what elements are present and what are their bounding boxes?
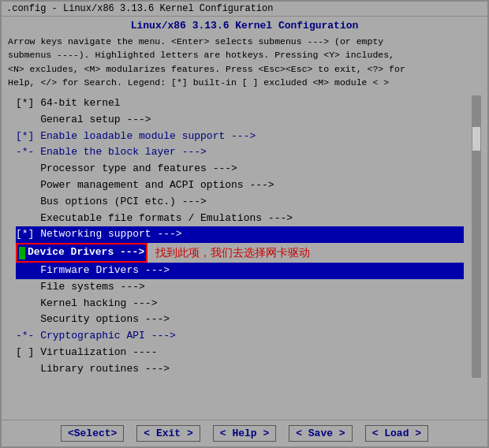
bottom-bar: <Select> < Exit > < Help > < Save > < Lo… (2, 420, 487, 446)
list-item[interactable]: Library routines ---> (16, 361, 464, 378)
networking-item[interactable]: [*] Networking support ---> (16, 226, 464, 243)
list-item[interactable]: Executable file formats / Emulations ---… (16, 211, 464, 227)
list-item[interactable]: [*] 64-bit kernel (16, 95, 464, 112)
window-title: .config - Linux/x86 3.13.6 Kernel Config… (6, 3, 273, 14)
device-drivers-row[interactable]: Device Drivers ---> 找到此项，我们去选择网卡驱动 (16, 243, 464, 263)
list-item[interactable]: Security options ---> (16, 312, 464, 328)
terminal-inner: Linux/x86 3.13.6 Kernel Configuration Ar… (2, 17, 487, 420)
list-item[interactable]: [*] Enable loadable module support ---> (16, 129, 464, 145)
list-item[interactable]: -*- Cryptographic API ---> (16, 328, 464, 345)
help-text: Arrow keys navigate the menu. <Enter> se… (8, 35, 481, 89)
select-button[interactable]: <Select> (61, 425, 124, 442)
header-title: Linux/x86 3.13.6 Kernel Configuration (8, 20, 481, 32)
list-item[interactable]: Processor type and features ---> (16, 161, 464, 177)
annotation-text: 找到此项，我们去选择网卡驱动 (155, 244, 310, 261)
menu-area: [*] 64-bit kernel General setup ---> [*]… (8, 95, 472, 378)
scrollbar-thumb[interactable] (472, 127, 480, 151)
help-line4: Help, </> for Search. Legend: [*] built-… (8, 76, 481, 89)
list-item[interactable]: [ ] Virtualization ---- (16, 345, 464, 361)
save-button[interactable]: < Save > (289, 425, 352, 442)
list-item[interactable]: Power management and ACPI options ---> (16, 177, 464, 194)
help-line3: <N> excludes, <M> modularizes features. … (8, 62, 481, 76)
firmware-item[interactable]: Firmware Drivers ---> (16, 263, 464, 279)
list-item[interactable]: Bus options (PCI etc.) ---> (16, 194, 464, 211)
device-drivers-label: Device Drivers ---> (28, 245, 144, 261)
terminal: Linux/x86 3.13.6 Kernel Configuration Ar… (2, 17, 487, 446)
help-line1: Arrow keys navigate the menu. <Enter> se… (8, 35, 481, 48)
scrollbar[interactable] (472, 95, 481, 378)
main-window: .config - Linux/x86 3.13.6 Kernel Config… (0, 0, 489, 448)
exit-button[interactable]: < Exit > (136, 425, 200, 442)
list-item[interactable]: -*- Enable the block layer ---> (16, 144, 464, 161)
list-item[interactable]: File systems ---> (16, 279, 464, 296)
load-button[interactable]: < Load > (365, 425, 428, 442)
main-content: [*] 64-bit kernel General setup ---> [*]… (8, 95, 481, 378)
title-bar: .config - Linux/x86 3.13.6 Kernel Config… (2, 2, 487, 17)
list-item[interactable]: General setup ---> (16, 112, 464, 129)
list-item[interactable]: Kernel hacking ---> (16, 296, 464, 312)
help-line2: submenus ----). Highlighted letters are … (8, 48, 481, 62)
help-button[interactable]: < Help > (213, 425, 276, 442)
